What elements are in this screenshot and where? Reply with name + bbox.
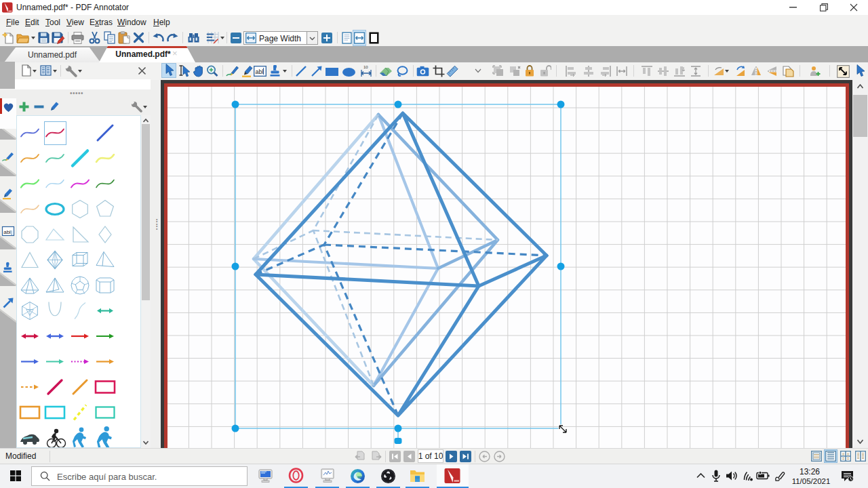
svg-text:|: | [11, 229, 12, 235]
svg-text:abl: abl [3, 229, 11, 235]
svg-text:10: 10 [363, 65, 368, 69]
svg-text:abl: abl [256, 68, 264, 75]
